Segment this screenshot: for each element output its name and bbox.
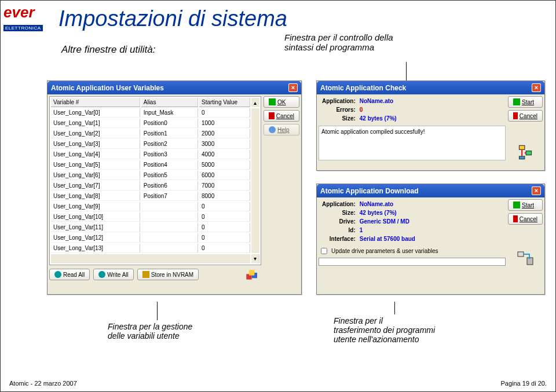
window-app-download: Atomic Application Download × Applicatio… [316,184,545,295]
start-button[interactable]: Start [508,96,543,108]
cell-variable[interactable]: User_Long_Var[10] [51,213,140,222]
page-subtitle: Altre finestre di utilità: [61,44,156,56]
col-header-starting: Starting Value [199,98,250,107]
close-icon[interactable]: × [288,83,298,92]
cell-variable[interactable]: User_Long_Var[13] [51,244,140,253]
cell-starting-value[interactable]: 0 [199,244,250,253]
lock-icon [142,271,149,278]
cancel-button[interactable]: Cancel [264,110,299,122]
label-size: Size: [320,209,358,217]
label-drive: Drive: [320,218,358,225]
table-row[interactable]: User_Long_Var[3]Position23000 [51,140,259,149]
checkbox-label: Update drive parameters & user variables [331,248,438,254]
cell-variable[interactable]: User_Long_Var[1] [51,119,140,128]
label-id: Id: [320,226,358,234]
cell-alias[interactable] [141,213,198,222]
cell-alias[interactable]: Position3 [141,150,198,159]
table-row[interactable]: User_Long_Var[1]Position01000 [51,119,259,128]
progress-bar [319,258,506,266]
logo-brand: ever [3,3,35,21]
cell-starting-value[interactable]: 0 [199,213,250,222]
cell-variable[interactable]: User_Long_Var[5] [51,160,140,170]
cell-starting-value[interactable]: 3000 [199,140,250,149]
table-row[interactable]: User_Long_Var[11]0 [51,223,259,232]
cell-alias[interactable]: Position5 [141,171,198,180]
help-button[interactable]: Help [264,124,299,135]
table-row[interactable]: User_Long_Var[9]0 [51,202,259,211]
scroll-up-icon[interactable]: ▴ [251,98,259,107]
table-row[interactable]: User_Long_Var[2]Position12000 [51,129,259,138]
cell-starting-value[interactable]: 0 [199,223,250,232]
titlebar-app-check: Atomic Application Check × [317,81,544,94]
cell-starting-value[interactable]: 4000 [199,150,250,159]
table-row[interactable]: User_Long_Var[7]Position67000 [51,181,259,190]
cell-starting-value[interactable]: 7000 [199,181,250,190]
cell-variable[interactable]: User_Long_Var[8] [51,192,140,201]
table-row[interactable]: User_Long_Var[6]Position56000 [51,171,259,180]
cell-variable[interactable]: User_Long_Var[0] [51,108,140,118]
value-application: NoName.ato [359,200,416,208]
close-icon [513,215,518,222]
cell-alias[interactable]: Position2 [141,140,198,149]
cell-alias[interactable]: Position7 [141,192,198,201]
table-row[interactable]: User_Long_Var[0]Input_Mask0 [51,108,259,118]
cell-starting-value[interactable]: 2000 [199,129,250,138]
read-all-button[interactable]: Read All [49,269,90,280]
close-icon[interactable]: × [532,83,541,92]
window-user-variables: Atomic Application User Variables × Vari… [47,80,302,295]
table-row[interactable]: User_Long_Var[10]0 [51,213,259,222]
scrollbar-track[interactable] [251,108,259,253]
cancel-button[interactable]: Cancel [508,110,543,122]
cell-variable[interactable]: User_Long_Var[7] [51,181,140,190]
cell-variable[interactable]: User_Long_Var[12] [51,233,140,243]
compile-message: Atomic application compiled succesfully! [319,126,506,160]
cell-variable[interactable]: User_Long_Var[6] [51,171,140,180]
cell-alias[interactable]: Position6 [141,181,198,190]
cell-alias[interactable]: Position1 [141,129,198,138]
cell-starting-value[interactable]: 6000 [199,171,250,180]
checkbox-input[interactable] [321,248,327,254]
table-row[interactable]: User_Long_Var[12]0 [51,233,259,243]
cell-variable[interactable]: User_Long_Var[2] [51,129,140,138]
cell-variable[interactable]: User_Long_Var[3] [51,140,140,149]
cell-starting-value[interactable]: 5000 [199,160,250,170]
svg-rect-5 [520,156,525,159]
scroll-down-icon[interactable]: ▾ [251,254,259,263]
help-icon [269,126,276,133]
cell-alias[interactable] [141,244,198,253]
cell-starting-value[interactable]: 0 [199,202,250,211]
table-row[interactable]: User_Long_Var[13]0 [51,244,259,253]
table-row[interactable]: User_Long_Var[5]Position45000 [51,160,259,170]
cell-alias[interactable] [141,233,198,243]
cell-alias[interactable] [141,223,198,232]
value-size: 42 bytes (7%) [359,115,397,122]
cell-variable[interactable]: User_Long_Var[11] [51,223,140,232]
cell-variable[interactable]: User_Long_Var[4] [51,150,140,159]
store-nvram-button[interactable]: Store in NVRAM [137,269,199,280]
svg-rect-4 [526,151,531,155]
cell-variable[interactable]: User_Long_Var[9] [51,202,140,211]
cell-starting-value[interactable]: 1000 [199,119,250,128]
ok-button[interactable]: OK [264,96,299,108]
cell-starting-value[interactable]: 8000 [199,192,250,201]
cell-alias[interactable]: Position0 [141,119,198,128]
cell-alias[interactable]: Position4 [141,160,198,170]
check-icon [513,98,520,105]
table-row[interactable]: User_Long_Var[4]Position34000 [51,150,259,159]
flowchart-icon [517,144,533,160]
value-drive: Generic SDM / MD [359,218,416,225]
write-all-button[interactable]: Write All [93,269,134,280]
cell-starting-value[interactable]: 0 [199,108,250,118]
value-size: 42 bytes (7%) [359,209,416,217]
label-application: Application: [320,97,358,105]
table-row[interactable]: User_Long_Var[8]Position78000 [51,192,259,201]
cancel-button[interactable]: Cancel [508,213,543,225]
update-parameters-checkbox[interactable]: Update drive parameters & user variables [319,246,506,256]
cell-alias[interactable] [141,202,198,211]
cell-starting-value[interactable]: 0 [199,233,250,243]
close-icon[interactable]: × [532,186,541,195]
start-button[interactable]: Start [508,199,543,211]
page-title: Impostazioni di sistema [58,6,287,31]
footer-left: Atomic - 22 marzo 2007 [9,380,77,387]
cell-alias[interactable]: Input_Mask [141,108,198,118]
